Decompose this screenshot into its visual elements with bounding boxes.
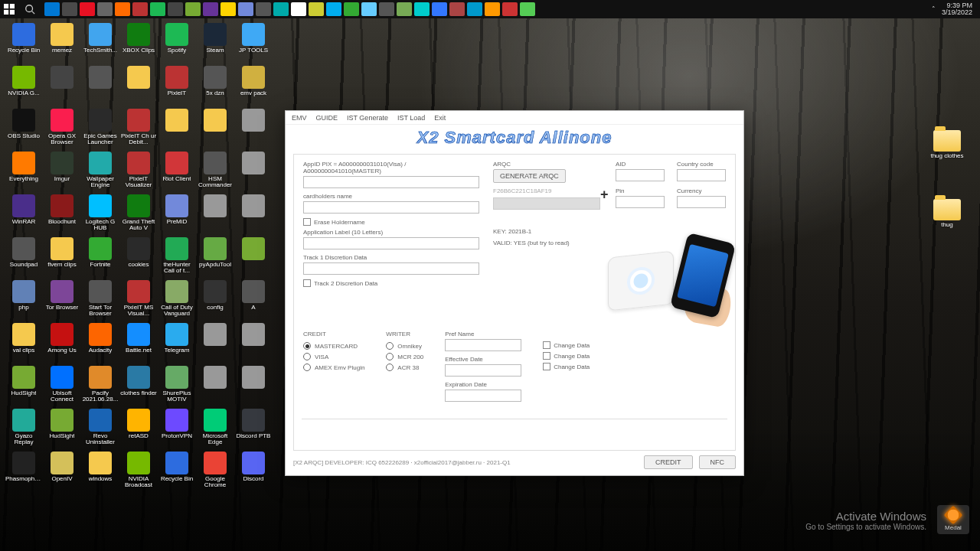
credit-button[interactable]: CREDIT bbox=[644, 455, 693, 469]
desktop-icon[interactable]: Epic Games Launcher bbox=[81, 107, 119, 150]
taskbar-app-icon[interactable] bbox=[203, 2, 218, 16]
taskbar-app-icon[interactable] bbox=[502, 2, 518, 16]
desktop-icon[interactable]: Bloodhunt bbox=[43, 193, 81, 236]
desktop-icon[interactable]: XBOX Clips bbox=[119, 21, 158, 64]
credit-radio[interactable]: MASTERCARD bbox=[303, 342, 364, 350]
track2-checkbox[interactable]: Track 2 Discretion Data bbox=[303, 279, 479, 287]
desktop-icon[interactable]: TechSmith... bbox=[81, 21, 119, 64]
change-data-checkbox[interactable]: Change Data bbox=[543, 341, 590, 349]
desktop-icon[interactable]: Tor Browser bbox=[43, 279, 81, 321]
desktop-icon[interactable] bbox=[234, 150, 273, 193]
taskbar-app-icon[interactable] bbox=[273, 2, 289, 16]
desktop-icon[interactable]: Everything bbox=[5, 150, 43, 193]
desktop-icon[interactable]: Battle.net bbox=[119, 321, 158, 364]
desktop-icon[interactable]: fivem clips bbox=[43, 236, 81, 279]
desktop-icon[interactable]: HudSight bbox=[5, 364, 43, 407]
desktop-icon[interactable]: emv pack bbox=[234, 64, 273, 107]
desktop-icon[interactable]: memez bbox=[43, 21, 81, 64]
taskbar-app-icon[interactable] bbox=[397, 2, 412, 16]
desktop-icon[interactable]: Wallpaper Engine bbox=[81, 150, 119, 193]
writer-radio[interactable]: ACR 38 bbox=[386, 364, 423, 371]
desktop-icon[interactable]: cookies bbox=[119, 236, 158, 279]
desktop-icon[interactable]: 5x dzn bbox=[196, 64, 234, 107]
desktop-icon[interactable] bbox=[158, 107, 196, 150]
desktop-icon[interactable]: Riot Client bbox=[158, 150, 196, 193]
desktop-icon[interactable]: Discord bbox=[234, 450, 273, 493]
desktop-icon[interactable] bbox=[119, 64, 158, 107]
desktop-icon[interactable]: PixieIT MS Visual... bbox=[119, 279, 158, 321]
desktop-icon[interactable]: Grand Theft Auto V bbox=[119, 193, 158, 236]
arqc-output[interactable] bbox=[493, 197, 600, 210]
desktop-icon[interactable]: PixieIT Visualizer bbox=[119, 150, 158, 193]
desktop-icon[interactable]: theHunter Call of t... bbox=[158, 236, 196, 279]
desktop-icon[interactable]: JP TOOLS bbox=[234, 21, 273, 64]
desktop-icon[interactable]: Spotify bbox=[158, 21, 196, 64]
taskbar-app-icon[interactable] bbox=[485, 2, 500, 16]
prefname-input[interactable] bbox=[445, 339, 521, 351]
taskbar-app-icon[interactable] bbox=[344, 2, 359, 16]
desktop-icon[interactable] bbox=[196, 321, 234, 364]
desktop-icon[interactable] bbox=[196, 193, 234, 236]
desktop-icon[interactable] bbox=[81, 64, 119, 107]
desktop-icon[interactable]: PixieIT Ch ur Debit... bbox=[119, 107, 158, 150]
taskbar-app-icon[interactable] bbox=[414, 2, 430, 16]
search-icon[interactable] bbox=[23, 2, 37, 16]
credit-radio[interactable]: AMEX Emv Plugin bbox=[303, 364, 364, 371]
desktop-icon[interactable]: A bbox=[234, 279, 273, 321]
desktop-icon[interactable]: NVIDIA Broadcast bbox=[119, 450, 158, 493]
taskbar-app-icon[interactable] bbox=[326, 2, 341, 16]
desktop-icon[interactable] bbox=[234, 364, 273, 407]
desktop-icon[interactable]: Revo Uninstaller bbox=[81, 407, 119, 450]
desktop-icon[interactable]: Phasmopho... bbox=[5, 450, 43, 493]
desktop-icon[interactable]: Microsoft Edge bbox=[196, 407, 234, 450]
taskbar-app-icon[interactable] bbox=[80, 2, 95, 16]
taskbar-app-icon[interactable] bbox=[467, 2, 482, 16]
desktop-icon[interactable]: Soundpad bbox=[5, 236, 43, 279]
desktop-icon[interactable]: NVIDIA G... bbox=[5, 64, 43, 107]
desktop-icon[interactable]: PixieIT bbox=[158, 64, 196, 107]
generate-arqc-button[interactable]: GENERATE ARQC bbox=[493, 169, 566, 183]
taskbar-app-icon[interactable] bbox=[185, 2, 201, 16]
desktop-icon[interactable] bbox=[234, 321, 273, 364]
country-input[interactable] bbox=[677, 169, 726, 181]
menu-item[interactable]: IST Generate bbox=[347, 114, 388, 122]
taskbar-app-icon[interactable] bbox=[220, 2, 236, 16]
desktop-icon[interactable]: Call of Duty Vanguard bbox=[158, 279, 196, 321]
taskbar-app-icon[interactable] bbox=[62, 2, 77, 16]
desktop-icon[interactable]: clothes finder bbox=[119, 364, 158, 407]
applabel-input[interactable] bbox=[303, 237, 479, 249]
tray-expand-icon[interactable]: ˄ bbox=[932, 5, 936, 13]
desktop-icon[interactable]: Imgur bbox=[43, 150, 81, 193]
desktop-icon[interactable]: HudSight bbox=[43, 407, 81, 450]
appid-input[interactable] bbox=[303, 176, 479, 188]
desktop-icon[interactable]: Ubisoft Connect bbox=[43, 364, 81, 407]
desktop-icon[interactable]: OBS Studio bbox=[5, 107, 43, 150]
desktop-icon[interactable]: Steam bbox=[196, 21, 234, 64]
desktop-icon[interactable] bbox=[196, 364, 234, 407]
desktop-icon[interactable] bbox=[43, 64, 81, 107]
effdate-input[interactable] bbox=[445, 364, 521, 377]
taskbar-app-icon[interactable] bbox=[309, 2, 324, 16]
desktop-folder[interactable]: thug clothes bbox=[926, 130, 968, 176]
menu-item[interactable]: GUIDE bbox=[316, 114, 338, 122]
desktop-icon[interactable]: ShurePlus MOTIV bbox=[158, 364, 196, 407]
menu-item[interactable]: Exit bbox=[434, 114, 446, 122]
taskbar-app-icon[interactable] bbox=[256, 2, 271, 16]
taskbar-app-icon[interactable] bbox=[291, 2, 306, 16]
pin-input[interactable] bbox=[616, 196, 665, 208]
desktop-icon[interactable]: ProtonVPN bbox=[158, 407, 196, 450]
taskbar-app-icon[interactable] bbox=[520, 2, 535, 16]
desktop-icon[interactable]: Discord PTB bbox=[234, 407, 273, 450]
desktop-icon[interactable]: Audacity bbox=[81, 321, 119, 364]
desktop-icon[interactable]: Recycle Bin bbox=[158, 450, 196, 493]
desktop-icon[interactable]: Gyazo Replay bbox=[5, 407, 43, 450]
taskbar-app-icon[interactable] bbox=[168, 2, 183, 16]
plus-icon[interactable]: + bbox=[600, 187, 609, 203]
system-tray[interactable]: ˄ 9:39 PM 3/19/2022 bbox=[932, 2, 980, 16]
desktop-icon[interactable]: Logitech G HUB bbox=[81, 193, 119, 236]
taskbar-app-icon[interactable] bbox=[432, 2, 447, 16]
desktop-icon[interactable]: PreMiD bbox=[158, 193, 196, 236]
desktop-icon[interactable] bbox=[234, 236, 273, 279]
desktop-icon[interactable]: Start Tor Browser bbox=[81, 279, 119, 321]
desktop-icon[interactable]: retASD bbox=[119, 407, 158, 450]
